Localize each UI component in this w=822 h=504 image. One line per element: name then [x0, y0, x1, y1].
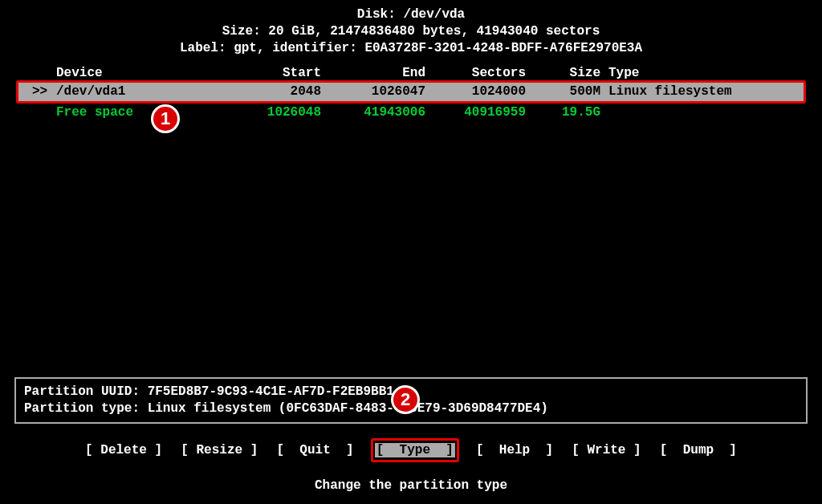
callout-2-icon: 2 — [391, 385, 420, 414]
cell-size: 19.5G — [526, 104, 608, 121]
col-end: End — [321, 66, 425, 80]
hint-text: Change the partition type — [0, 478, 822, 493]
menu-type[interactable]: [ Type ] — [375, 443, 455, 457]
callout-1-icon: 1 — [151, 104, 180, 133]
menu-dump[interactable]: [ Dump ] — [658, 443, 739, 457]
cell-device: Free space — [56, 104, 229, 121]
action-menu: [ Delete ] [ Resize ] [ Quit ] [ Type ] … — [0, 438, 822, 462]
table-header: Device Start End Sectors Size Type — [10, 66, 812, 80]
cell-size: 500M — [526, 83, 608, 100]
cell-type — [608, 104, 790, 121]
col-sectors: Sectors — [425, 66, 526, 80]
menu-resize[interactable]: [ Resize ] — [179, 443, 259, 457]
col-device: Device — [56, 66, 229, 80]
header-block: Disk: /dev/vda Size: 20 GiB, 21474836480… — [10, 6, 812, 56]
menu-type-highlight: [ Type ] — [371, 438, 459, 462]
cell-type: Linux filesystem — [608, 83, 790, 100]
cell-start: 2048 — [229, 83, 321, 100]
label-line: Label: gpt, identifier: E0A3728F-3201-42… — [10, 40, 812, 57]
table-row[interactable]: >> /dev/vda1 2048 1026047 1024000 500M L… — [16, 80, 806, 103]
cell-start: 1026048 — [229, 104, 321, 121]
col-size: Size — [526, 66, 608, 80]
menu-help[interactable]: [ Help ] — [474, 443, 555, 457]
cell-sectors: 40916959 — [425, 104, 526, 121]
cell-sectors: 1024000 — [425, 83, 526, 100]
menu-quit[interactable]: [ Quit ] — [275, 443, 356, 457]
cell-device: /dev/vda1 — [56, 83, 229, 100]
col-start: Start — [229, 66, 321, 80]
disk-line: Disk: /dev/vda — [10, 6, 812, 23]
menu-delete[interactable]: [ Delete ] — [83, 443, 164, 457]
menu-write[interactable]: [ Write ] — [570, 443, 642, 457]
cell-end: 1026047 — [321, 83, 425, 100]
size-line: Size: 20 GiB, 21474836480 bytes, 4194304… — [10, 23, 812, 40]
cell-end: 41943006 — [321, 104, 425, 121]
table-row[interactable]: Free space 1026048 41943006 40916959 19.… — [10, 104, 812, 121]
row-marker: >> — [32, 83, 56, 100]
partition-table: Device Start End Sectors Size Type >> /d… — [10, 66, 812, 121]
row-marker — [32, 104, 56, 121]
col-type: Type — [608, 66, 790, 80]
